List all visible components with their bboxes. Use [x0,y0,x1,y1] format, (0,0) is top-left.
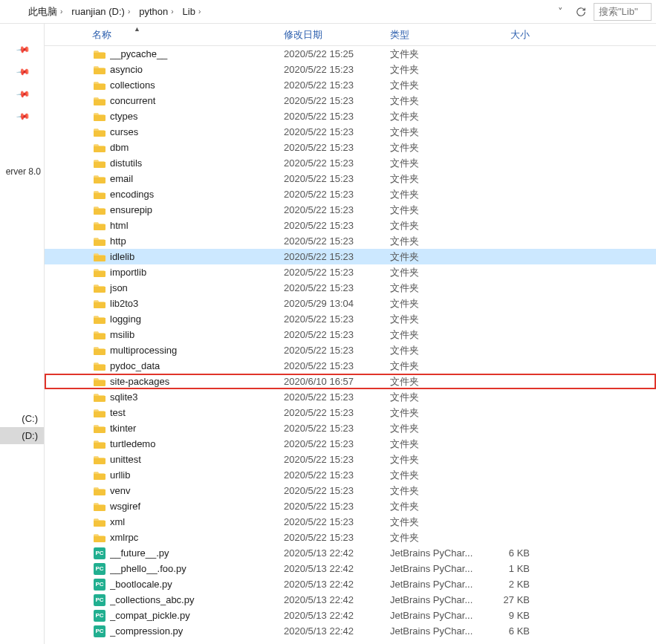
folder-row[interactable]: sqlite32020/5/22 15:23文件夹 [45,389,656,405]
file-name: idlelib [110,251,284,262]
folder-row[interactable]: ctypes2020/5/22 15:23文件夹 [45,108,656,124]
folder-row[interactable]: json2020/5/22 15:23文件夹 [45,280,656,296]
sidebar-drive-item[interactable]: (D:) [0,427,44,444]
folder-row[interactable]: http2020/5/22 15:23文件夹 [45,233,656,249]
folder-row[interactable]: curses2020/5/22 15:23文件夹 [45,124,656,140]
file-row[interactable]: PC_compression.py2020/5/13 22:42JetBrain… [45,623,656,639]
breadcrumb[interactable]: 此电脑›ruanjian (D:)›python›Lib› [21,3,548,21]
file-type: 文件夹 [390,79,479,92]
file-name: http [110,235,284,247]
file-date: 2020/5/22 15:23 [284,329,390,340]
folder-row[interactable]: xmlrpc2020/5/22 15:23文件夹 [45,530,656,545]
folder-row[interactable]: __pycache__2020/5/22 15:25文件夹 [45,46,656,62]
folder-row[interactable]: urllib2020/5/22 15:23文件夹 [45,467,656,483]
file-row[interactable]: PC__future__.py2020/5/13 22:42JetBrains … [45,545,656,561]
folder-icon [92,189,107,200]
column-header-date[interactable]: 修改日期 [284,24,390,45]
column-header-name[interactable]: 名称 [92,24,284,45]
folder-row[interactable]: idlelib2020/5/22 15:23文件夹 [45,249,656,264]
folder-icon [92,96,107,106]
file-name: multiprocessing [110,345,284,356]
folder-row[interactable]: lib2to32020/5/29 13:04文件夹 [45,296,656,311]
file-name: curses [110,126,284,137]
file-name: _compression.py [110,625,284,637]
file-date: 2020/5/22 15:23 [284,469,390,481]
file-type: 文件夹 [390,453,479,466]
folder-row[interactable]: importlib2020/5/22 15:23文件夹 [45,264,656,280]
file-name: __phello__.foo.py [110,563,284,574]
folder-row[interactable]: multiprocessing2020/5/22 15:23文件夹 [45,342,656,358]
file-size: 1 KB [479,563,539,574]
address-bar: 此电脑›ruanjian (D:)›python›Lib› ˅ [0,0,656,24]
sidebar-drive-item[interactable]: (C:) [0,410,44,427]
folder-icon [92,174,107,184]
file-name: turtledemo [110,438,284,449]
file-name: asyncio [110,64,284,75]
pin-icon[interactable]: 📌 [16,109,30,124]
folder-row[interactable]: ensurepip2020/5/22 15:23文件夹 [45,202,656,218]
file-row[interactable]: PC_collections_abc.py2020/5/13 22:42JetB… [45,592,656,608]
folder-row[interactable]: html2020/5/22 15:23文件夹 [45,218,656,233]
breadcrumb-dropdown-button[interactable]: ˅ [552,4,568,20]
file-type: 文件夹 [390,63,479,77]
file-type: 文件夹 [390,188,479,201]
folder-row[interactable]: encodings2020/5/22 15:23文件夹 [45,186,656,202]
python-file-icon: PC [92,594,107,606]
folder-row[interactable]: wsgiref2020/5/22 15:23文件夹 [45,498,656,514]
folder-row[interactable]: test2020/5/22 15:23文件夹 [45,405,656,420]
breadcrumb-segment[interactable]: ruanjian (D:)› [67,4,134,20]
folder-row[interactable]: pydoc_data2020/5/22 15:23文件夹 [45,358,656,374]
folder-icon [92,423,107,434]
folder-row[interactable]: collections2020/5/22 15:23文件夹 [45,77,656,93]
file-type: 文件夹 [390,219,479,232]
folder-row[interactable]: tkinter2020/5/22 15:23文件夹 [45,420,656,436]
pin-icon[interactable]: 📌 [16,87,30,102]
folder-icon [92,533,107,543]
folder-row[interactable]: unittest2020/5/22 15:23文件夹 [45,452,656,467]
folder-row[interactable]: msilib2020/5/22 15:23文件夹 [45,327,656,342]
refresh-button[interactable] [573,4,589,20]
folder-icon [92,330,107,340]
file-size: 27 KB [479,594,539,605]
sidebar: 📌 📌 📌 📌 erver 8.0 (C:)(D:) [0,24,45,644]
breadcrumb-label: Lib [183,6,195,17]
file-date: 2020/5/22 15:23 [284,345,390,356]
folder-row[interactable]: turtledemo2020/5/22 15:23文件夹 [45,436,656,452]
breadcrumb-segment[interactable]: python› [134,4,178,20]
folder-icon [92,455,107,465]
file-row[interactable]: PC__phello__.foo.py2020/5/13 22:42JetBra… [45,561,656,576]
breadcrumb-segment[interactable]: Lib› [178,4,206,20]
folder-row[interactable]: email2020/5/22 15:23文件夹 [45,171,656,186]
file-type: 文件夹 [390,406,479,420]
file-type: JetBrains PyChar... [390,625,479,637]
python-file-icon: PC [92,610,107,622]
file-date: 2020/5/13 22:42 [284,625,390,637]
file-date: 2020/5/22 15:23 [284,111,390,122]
folder-row[interactable]: xml2020/5/22 15:23文件夹 [45,514,656,530]
file-name: json [110,282,284,293]
file-date: 2020/5/22 15:23 [284,438,390,449]
breadcrumb-label: python [139,6,168,17]
file-row[interactable]: PC_bootlocale.py2020/5/13 22:42JetBrains… [45,576,656,592]
folder-row[interactable]: logging2020/5/22 15:23文件夹 [45,311,656,327]
sidebar-item-truncated[interactable]: erver 8.0 [0,166,44,177]
search-input[interactable] [594,3,652,21]
breadcrumb-segment[interactable]: 此电脑› [24,4,67,20]
pin-icon[interactable]: 📌 [16,65,30,79]
folder-row[interactable]: site-packages2020/6/10 16:57文件夹 [45,374,656,389]
folder-row[interactable]: concurrent2020/5/22 15:23文件夹 [45,93,656,108]
folder-row[interactable]: asyncio2020/5/22 15:23文件夹 [45,62,656,77]
folder-icon [92,143,107,153]
file-row[interactable]: PC_compat_pickle.py2020/5/13 22:42JetBra… [45,608,656,623]
folder-row[interactable]: dbm2020/5/22 15:23文件夹 [45,140,656,155]
column-header-size[interactable]: 大小 [479,24,539,45]
column-header-type[interactable]: 类型 [390,24,479,45]
pin-icon[interactable]: 📌 [16,42,30,57]
folder-row[interactable]: distutils2020/5/22 15:23文件夹 [45,155,656,171]
file-date: 2020/6/10 16:57 [284,376,390,387]
file-date: 2020/5/22 15:23 [284,64,390,75]
folder-icon [92,80,107,91]
folder-row[interactable]: venv2020/5/22 15:23文件夹 [45,483,656,498]
file-date: 2020/5/13 22:42 [284,563,390,574]
file-type: 文件夹 [390,48,479,61]
